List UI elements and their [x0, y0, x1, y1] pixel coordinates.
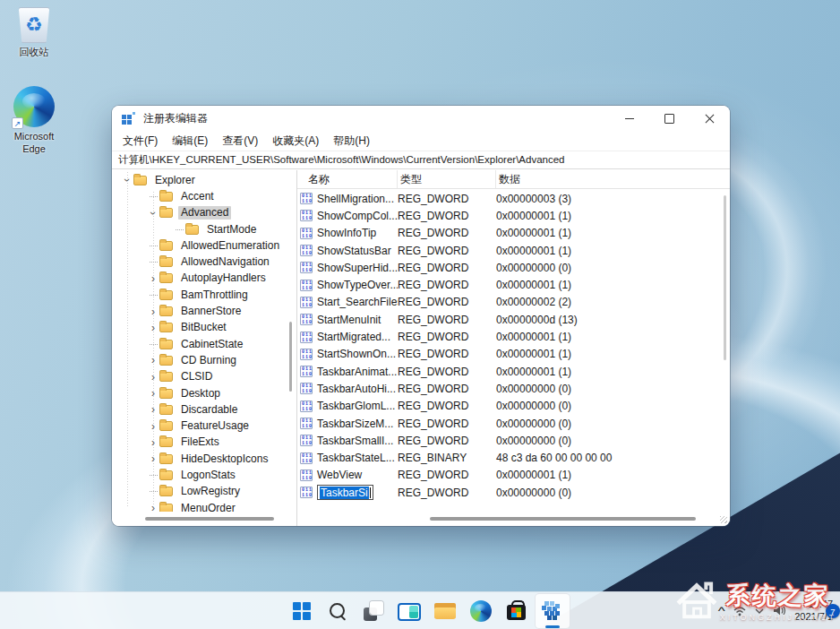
registry-value-row[interactable]: StartMenuInit REG_DWORD 0x0000000d (13): [297, 311, 719, 328]
dword-value-icon: [300, 262, 313, 273]
registry-value-row[interactable]: StartMigrated... REG_DWORD 0x00000001 (1…: [297, 328, 719, 345]
desktop-icon-label: Microsoft Edge: [6, 131, 62, 156]
tree-chevron-icon[interactable]: ›: [147, 436, 159, 449]
language-input-icon[interactable]: [754, 606, 765, 616]
taskbar-store-button[interactable]: [499, 593, 535, 629]
tray-expand-icon[interactable]: ^: [717, 605, 724, 617]
address-bar[interactable]: 计算机\HKEY_CURRENT_USER\Software\Microsoft…: [112, 151, 730, 169]
desktop-icon-recycle-bin[interactable]: ♻ 回收站: [0, 7, 68, 59]
registry-value-row[interactable]: ShowSuperHid... REG_DWORD 0x00000000 (0): [297, 259, 719, 276]
tree-item[interactable]: › MenuOrder: [112, 500, 284, 512]
tree-item[interactable]: AllowedEnumeration: [112, 237, 284, 254]
tree-item[interactable]: LowRegistry: [112, 484, 284, 500]
taskbar-taskview-button[interactable]: [356, 593, 391, 629]
rename-input[interactable]: TaskbarSi: [317, 485, 373, 500]
registry-value-row[interactable]: TaskbarSmallI... REG_DWORD 0x00000000 (0…: [297, 432, 719, 449]
taskbar-search-button[interactable]: [320, 593, 356, 629]
tree-chevron-icon[interactable]: ›: [147, 502, 159, 512]
list-horizontal-scrollbar[interactable]: [304, 514, 721, 523]
volume-icon[interactable]: [773, 605, 786, 616]
tree-item[interactable]: › AutoplayHandlers: [112, 271, 284, 287]
tree-item[interactable]: › BannerStore: [112, 303, 284, 319]
tree-chevron-icon[interactable]: ›: [147, 371, 159, 383]
registry-value-row[interactable]: TaskbarAnimat... REG_DWORD 0x00000001 (1…: [297, 363, 719, 380]
tree-item[interactable]: › FeatureUsage: [112, 418, 284, 434]
clock[interactable]: 10:47 2021/7/1 7: [794, 599, 833, 624]
taskbar-explorer-button[interactable]: [427, 593, 463, 629]
tree-chevron-icon[interactable]: [147, 262, 159, 263]
tree-chevron-icon[interactable]: ›: [147, 354, 159, 366]
column-header[interactable]: 名称: [297, 170, 398, 188]
desktop-icon-microsoft-edge[interactable]: ↗ Microsoft Edge: [0, 86, 68, 156]
taskbar-start-button[interactable]: [284, 593, 320, 629]
tree-item[interactable]: LogonStats: [112, 467, 284, 483]
tree-item[interactable]: › FileExts: [112, 435, 284, 451]
tree-chevron-icon[interactable]: ›: [121, 174, 133, 186]
value-data: 0x00000001 (1): [496, 331, 719, 343]
column-header[interactable]: 数据: [496, 170, 730, 188]
registry-value-row[interactable]: TaskbarGlomL... REG_DWORD 0x00000000 (0): [297, 398, 719, 415]
taskbar-widgets-button[interactable]: [391, 593, 427, 629]
taskbar-edge-button[interactable]: [463, 593, 499, 629]
tree-chevron-icon[interactable]: [147, 196, 159, 197]
taskbar-regedit-button[interactable]: [535, 593, 570, 629]
tree-item[interactable]: › Discardable: [112, 401, 284, 418]
tree-chevron-icon[interactable]: [147, 475, 159, 476]
tree-vertical-scrollbar[interactable]: [287, 174, 294, 510]
menu-item[interactable]: 帮助(H): [326, 134, 377, 149]
tree-item[interactable]: › CLSID: [112, 369, 284, 385]
menu-item[interactable]: 编辑(E): [165, 134, 215, 149]
window-resize-grip[interactable]: [720, 516, 727, 523]
tree-item[interactable]: › HideDesktopIcons: [112, 451, 284, 467]
tree-chevron-icon[interactable]: ›: [147, 322, 159, 334]
registry-value-row[interactable]: ShowCompCol... REG_DWORD 0x00000001 (1): [297, 207, 719, 224]
tree-item[interactable]: › CD Burning: [112, 352, 284, 368]
tree-chevron-icon[interactable]: [173, 229, 185, 230]
close-button[interactable]: [690, 106, 730, 132]
tree-chevron-icon[interactable]: [147, 491, 159, 492]
list-vertical-scrollbar[interactable]: [721, 192, 728, 510]
tree-item[interactable]: Accent: [112, 188, 284, 204]
registry-value-row[interactable]: WebView REG_DWORD 0x00000001 (1): [297, 467, 719, 484]
maximize-button[interactable]: [649, 106, 690, 132]
menu-item[interactable]: 查看(V): [215, 134, 265, 149]
tree-item[interactable]: AllowedNavigation: [112, 254, 284, 270]
tree-chevron-icon[interactable]: ›: [147, 403, 159, 416]
tree-horizontal-scrollbar[interactable]: [117, 514, 291, 523]
tree-chevron-icon[interactable]: ›: [147, 387, 159, 400]
network-icon[interactable]: [733, 606, 746, 616]
registry-value-row[interactable]: ShowInfoTip REG_DWORD 0x00000001 (1): [297, 225, 719, 242]
title-bar[interactable]: 注册表编辑器: [112, 106, 730, 132]
tree-item[interactable]: CabinetState: [112, 336, 284, 352]
tree-chevron-icon[interactable]: [147, 295, 159, 296]
tree-item[interactable]: › Desktop: [112, 385, 284, 401]
tree-chevron-icon[interactable]: ›: [147, 306, 159, 318]
tree-item[interactable]: › Explorer: [112, 172, 284, 188]
registry-value-row[interactable]: TaskbarStateL... REG_BINARY 48 c3 da 60 …: [297, 449, 719, 466]
registry-value-row[interactable]: TaskbarAutoHi... REG_DWORD 0x00000000 (0…: [297, 380, 719, 397]
registry-value-row[interactable]: ShellMigration... REG_DWORD 0x00000003 (…: [297, 190, 719, 207]
tree-chevron-icon[interactable]: ›: [147, 420, 159, 433]
tree-chevron-icon[interactable]: ›: [147, 272, 159, 285]
column-header[interactable]: 类型: [398, 170, 496, 188]
registry-value-row[interactable]: StartShownOn... REG_DWORD 0x00000001 (1): [297, 346, 719, 363]
dword-value-icon: [300, 366, 313, 377]
registry-value-row[interactable]: ShowStatusBar REG_DWORD 0x00000001 (1): [297, 242, 719, 259]
tree-item[interactable]: › BitBucket: [112, 320, 284, 336]
registry-value-row[interactable]: TaskbarSizeM... REG_DWORD 0x00000000 (0): [297, 415, 719, 432]
tree-item[interactable]: StartMode: [112, 221, 284, 237]
tree-chevron-icon[interactable]: ›: [147, 207, 159, 220]
registry-value-row-editing[interactable]: TaskbarSi REG_DWORD 0x00000000 (0): [297, 484, 719, 501]
menu-item[interactable]: 收藏夹(A): [265, 134, 326, 149]
registry-value-row[interactable]: ShowTypeOver... REG_DWORD 0x00000001 (1): [297, 276, 719, 293]
minimize-button[interactable]: [609, 106, 649, 132]
tree-chevron-icon[interactable]: [147, 246, 159, 246]
registry-value-row[interactable]: Start_SearchFiles REG_DWORD 0x00000002 (…: [297, 294, 719, 311]
tree-chevron-icon[interactable]: ›: [147, 452, 159, 465]
tree-chevron-icon[interactable]: [147, 344, 159, 345]
value-type: REG_DWORD: [398, 262, 496, 274]
notification-badge[interactable]: 7: [826, 604, 840, 618]
menu-item[interactable]: 文件(F): [116, 134, 165, 149]
tree-item-selected[interactable]: › Advanced: [112, 205, 284, 221]
tree-item[interactable]: BamThrottling: [112, 287, 284, 303]
